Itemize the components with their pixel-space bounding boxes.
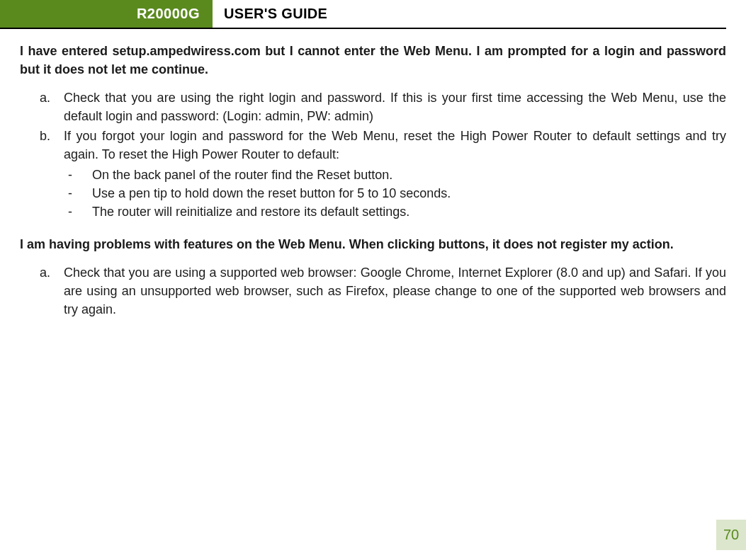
list-text: Check that you are using the right login… (64, 91, 726, 123)
list-marker: a. (40, 263, 50, 282)
faq-answer-list-1: a. Check that you are using the right lo… (20, 88, 726, 221)
list-text: If you forgot your login and password fo… (64, 129, 726, 161)
model-badge: R20000G (0, 0, 213, 28)
page-content: I have entered setup.ampedwiress.com but… (0, 42, 746, 319)
list-item: b. If you forgot your login and password… (64, 127, 726, 220)
list-text: Check that you are using a supported web… (64, 265, 726, 316)
document-title: USER'S GUIDE (213, 6, 327, 22)
sublist-item: - On the back panel of the router find t… (92, 166, 726, 184)
sublist-text: The router will reinitialize and restore… (92, 205, 409, 219)
list-marker: a. (40, 88, 50, 107)
sublist-text: Use a pen tip to hold down the reset but… (92, 186, 451, 200)
header-bar: R20000G USER'S GUIDE (0, 0, 726, 29)
sublist: - On the back panel of the router find t… (64, 166, 726, 221)
list-item: a. Check that you are using the right lo… (64, 88, 726, 125)
faq-question-1: I have entered setup.ampedwiress.com but… (20, 42, 726, 79)
sublist-item: - Use a pen tip to hold down the reset b… (92, 184, 726, 202)
faq-question-2: I am having problems with features on th… (20, 235, 726, 253)
sublist-item: - The router will reinitialize and resto… (92, 202, 726, 221)
page-number: 70 (716, 520, 746, 550)
sublist-marker: - (68, 166, 72, 184)
sublist-text: On the back panel of the router find the… (92, 168, 392, 182)
sublist-marker: - (68, 184, 72, 202)
list-item: a. Check that you are using a supported … (64, 263, 726, 319)
sublist-marker: - (68, 202, 72, 221)
list-marker: b. (40, 127, 50, 145)
faq-answer-list-2: a. Check that you are using a supported … (20, 263, 726, 319)
